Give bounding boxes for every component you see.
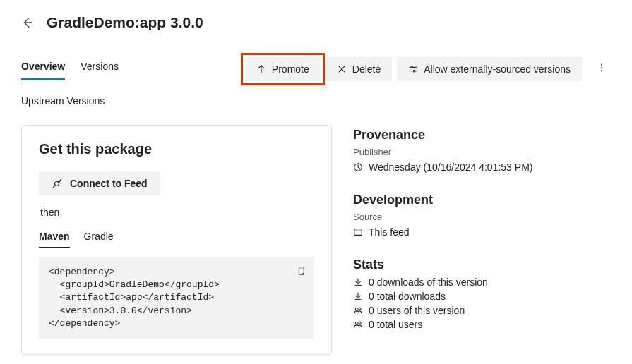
subtab-gradle[interactable]: Gradle bbox=[84, 228, 114, 248]
svg-point-2 bbox=[601, 64, 602, 66]
main-tabs: Overview Versions bbox=[21, 56, 119, 80]
source-label: Source bbox=[353, 212, 611, 222]
plug-icon bbox=[52, 178, 63, 189]
package-manager-tabs: Maven Gradle bbox=[39, 228, 314, 249]
provenance-title: Provenance bbox=[353, 128, 611, 142]
users-icon bbox=[353, 305, 363, 315]
upstream-versions-heading: Upstream Versions bbox=[21, 95, 611, 107]
subtab-maven[interactable]: Maven bbox=[39, 228, 70, 248]
back-arrow-icon[interactable] bbox=[21, 16, 34, 29]
tab-overview[interactable]: Overview bbox=[21, 56, 65, 80]
svg-point-0 bbox=[411, 66, 413, 68]
promote-button[interactable]: Promote bbox=[245, 57, 321, 81]
svg-point-1 bbox=[414, 70, 416, 72]
publisher-label: Publisher bbox=[353, 147, 611, 157]
dependency-snippet: <dependency> <groupId>GradleDemo</groupI… bbox=[39, 257, 314, 339]
svg-point-3 bbox=[601, 67, 602, 68]
get-this-package-card: Get this package Connect to Feed then Ma… bbox=[21, 125, 332, 355]
development-title: Development bbox=[353, 193, 611, 207]
promote-button-label: Promote bbox=[272, 63, 309, 75]
page-title: GradleDemo:app 3.0.0 bbox=[47, 14, 203, 31]
allow-external-button-label: Allow externally-sourced versions bbox=[424, 63, 571, 75]
source-value: This feed bbox=[369, 226, 410, 238]
tab-versions[interactable]: Versions bbox=[81, 56, 119, 80]
svg-point-11 bbox=[355, 322, 358, 324]
svg-point-12 bbox=[359, 322, 361, 324]
delete-button-label: Delete bbox=[352, 63, 381, 75]
download-icon bbox=[353, 277, 363, 287]
svg-rect-8 bbox=[354, 229, 362, 236]
connect-to-feed-button[interactable]: Connect to Feed bbox=[39, 171, 160, 195]
stats-title: Stats bbox=[353, 257, 611, 272]
copy-snippet-button[interactable] bbox=[293, 263, 309, 281]
provenance-section: Provenance Publisher Wednesday (10/16/20… bbox=[353, 128, 611, 173]
close-icon bbox=[337, 64, 347, 74]
published-timestamp: Wednesday (10/16/2024 4:01:53 PM) bbox=[369, 162, 532, 173]
clock-icon bbox=[353, 162, 363, 172]
arrow-up-icon bbox=[256, 64, 266, 74]
copy-icon bbox=[296, 266, 306, 276]
stat-downloads-total: 0 total downloads bbox=[369, 291, 446, 302]
svg-point-5 bbox=[55, 182, 59, 186]
command-bar: Promote Delete Allow externally-sourced … bbox=[245, 56, 611, 81]
svg-rect-6 bbox=[299, 269, 304, 274]
feed-icon bbox=[353, 227, 363, 237]
then-text: then bbox=[40, 207, 313, 218]
download-icon bbox=[353, 291, 363, 301]
connect-to-feed-label: Connect to Feed bbox=[70, 178, 148, 189]
stat-downloads-version: 0 downloads of this version bbox=[369, 277, 488, 288]
get-this-package-title: Get this package bbox=[39, 141, 314, 157]
more-actions-button[interactable] bbox=[592, 56, 611, 81]
stat-users-total: 0 total users bbox=[369, 319, 422, 330]
development-section: Development Source This feed bbox=[353, 193, 611, 238]
sliders-icon bbox=[408, 64, 418, 74]
more-vertical-icon bbox=[597, 62, 607, 73]
svg-point-4 bbox=[601, 70, 602, 71]
users-icon bbox=[353, 320, 363, 329]
svg-point-9 bbox=[355, 308, 358, 310]
stats-section: Stats 0 downloads of this version 0 tota… bbox=[353, 257, 611, 330]
svg-point-10 bbox=[359, 308, 361, 310]
dependency-code: <dependency> <groupId>GradleDemo</groupI… bbox=[49, 267, 220, 329]
stat-users-version: 0 users of this version bbox=[369, 305, 465, 316]
delete-button[interactable]: Delete bbox=[326, 57, 392, 81]
allow-external-button[interactable]: Allow externally-sourced versions bbox=[397, 57, 582, 81]
